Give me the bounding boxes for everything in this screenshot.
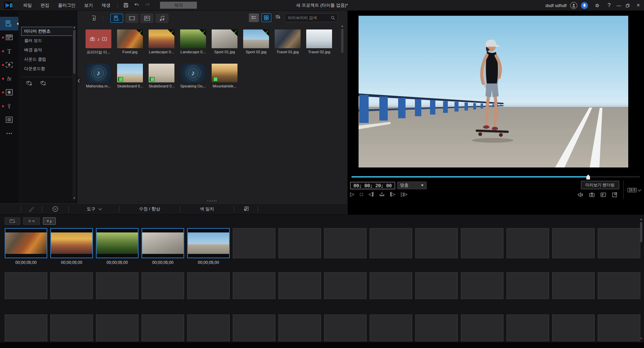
- grid-view-icon[interactable]: [261, 13, 271, 22]
- category-item-3[interactable]: 사운드 클립: [21, 55, 73, 64]
- storyboard-empty-cell[interactable]: [506, 315, 549, 341]
- storyboard-empty-cell[interactable]: [5, 315, 47, 341]
- storyboard-empty-cell[interactable]: [142, 272, 184, 299]
- menu-item-2[interactable]: 플러그인: [54, 0, 80, 10]
- media-item[interactable]: ✓ Sport 01.jpg: [212, 29, 237, 55]
- rail-more-rooms[interactable]: [0, 127, 18, 140]
- storyboard-clip[interactable]: [50, 228, 93, 258]
- storyboard-empty-cell[interactable]: [278, 228, 321, 258]
- color-match-button[interactable]: 색 일치: [180, 206, 234, 212]
- storyboard-empty-cell[interactable]: [370, 272, 412, 299]
- panel-resize-handle[interactable]: ••••••: [207, 199, 217, 203]
- storyboard-empty-cell[interactable]: [506, 272, 549, 299]
- redo-icon[interactable]: [143, 2, 152, 9]
- storyboard-empty-cell[interactable]: [370, 228, 412, 258]
- storyboard-empty-cell[interactable]: [278, 272, 321, 299]
- media-item[interactable]: Skateboard 0...: [117, 64, 143, 88]
- notification-bell-icon[interactable]: [581, 2, 588, 9]
- category-item-0[interactable]: 미디어 컨텐츠: [21, 27, 73, 36]
- seek-handle[interactable]: [586, 175, 590, 180]
- keyframe-attributes-icon[interactable]: [234, 206, 258, 212]
- volume-icon[interactable]: [577, 192, 584, 199]
- duration-clock-icon[interactable]: [42, 206, 68, 212]
- category-scrollbar[interactable]: ▲ ▼: [72, 25, 76, 200]
- storyboard-empty-cell[interactable]: [598, 315, 640, 341]
- media-item[interactable]: Travel 01.jpg: [275, 29, 301, 55]
- preview-video[interactable]: [359, 16, 628, 167]
- media-item[interactable]: ✓ Landscape 0...: [180, 29, 206, 55]
- rail-subtitle-room[interactable]: [0, 113, 18, 127]
- display-options-icon[interactable]: [600, 192, 606, 199]
- storyboard-empty-cell[interactable]: [506, 228, 549, 258]
- storyboard-empty-cell[interactable]: [461, 272, 503, 299]
- list-view-icon[interactable]: [249, 13, 259, 22]
- help-icon[interactable]: ?: [606, 2, 612, 8]
- restore-icon[interactable]: [626, 3, 632, 8]
- storyboard-clip[interactable]: [96, 228, 139, 258]
- storyboard-empty-cell[interactable]: [415, 272, 458, 299]
- media-item[interactable]: ✓ Landscape 0...: [149, 29, 174, 55]
- rail-title-room[interactable]: T: [0, 44, 18, 58]
- save-icon[interactable]: [121, 2, 130, 9]
- scroll-down-icon[interactable]: ▼: [72, 196, 76, 200]
- scroll-thumb[interactable]: [341, 29, 343, 53]
- menu-item-3[interactable]: 보기: [80, 0, 97, 10]
- media-item[interactable]: ♪ 프리미엄 미...: [86, 29, 111, 55]
- aspect-ratio-control[interactable]: 16:9: [628, 181, 641, 199]
- minimize-icon[interactable]: —: [616, 3, 622, 8]
- filter-music-icon[interactable]: [156, 14, 168, 23]
- media-item[interactable]: Mountainbik...: [212, 64, 237, 88]
- storyboard-empty-cell[interactable]: [324, 272, 367, 299]
- undock-window-icon[interactable]: [611, 192, 618, 199]
- search-icon[interactable]: [330, 15, 336, 22]
- storyboard-empty-cell[interactable]: [50, 315, 93, 341]
- snapshot-camera-icon[interactable]: [589, 192, 595, 199]
- close-icon[interactable]: ×: [635, 2, 641, 8]
- media-item[interactable]: Travel 02.jpg: [306, 29, 332, 55]
- library-scrollbar[interactable]: ▲ ▼: [340, 24, 344, 212]
- media-item[interactable]: ♪ Speaking Ou...: [180, 64, 206, 88]
- timeline-scrollbar[interactable]: ▲ ▼: [639, 217, 643, 341]
- storyboard-empty-cell[interactable]: [5, 272, 47, 299]
- rail-particle-room[interactable]: [0, 99, 18, 113]
- timecode-display[interactable]: 00; 00; 20; 00: [350, 182, 395, 189]
- add-music-icon[interactable]: +♪: [43, 217, 56, 225]
- filter-video-icon[interactable]: [125, 14, 138, 23]
- storyboard-empty-cell[interactable]: [278, 315, 321, 341]
- media-item[interactable]: ✓ Food.jpg: [117, 29, 143, 55]
- preview-render-button[interactable]: 미리보기 렌더링: [581, 181, 619, 189]
- storyboard-empty-cell[interactable]: [142, 315, 184, 341]
- storyboard-empty-cell[interactable]: [50, 272, 93, 299]
- category-item-4[interactable]: 다운로드함: [21, 64, 73, 73]
- filter-photo-icon[interactable]: [141, 14, 153, 23]
- storyboard-clip[interactable]: [5, 228, 47, 258]
- import-media-icon[interactable]: [88, 14, 100, 23]
- category-item-1[interactable]: 컬러 보드: [21, 36, 73, 45]
- media-item[interactable]: Skateboard 0...: [149, 64, 174, 88]
- storyboard-empty-cell[interactable]: [96, 315, 139, 341]
- storyboard-empty-cell[interactable]: [552, 272, 595, 299]
- storyboard-empty-cell[interactable]: [370, 315, 412, 341]
- storyboard-empty-cell[interactable]: [324, 315, 367, 341]
- undo-icon[interactable]: [132, 2, 141, 9]
- media-item[interactable]: ✓ Sport 02.jpg: [243, 29, 269, 55]
- storyboard-empty-cell[interactable]: [461, 315, 503, 341]
- rail-effect-room[interactable]: fx: [0, 72, 18, 85]
- storyboard-empty-cell[interactable]: [415, 315, 458, 341]
- next-frame-icon[interactable]: ▷: [390, 191, 395, 197]
- transition-settings-icon[interactable]: [23, 217, 40, 225]
- collapse-panel-handle[interactable]: ❮: [77, 76, 80, 85]
- produce-button[interactable]: 제작: [160, 2, 197, 9]
- storyboard-empty-cell[interactable]: [96, 272, 139, 299]
- add-slide-icon[interactable]: [5, 217, 20, 225]
- scroll-thumb[interactable]: [73, 30, 75, 74]
- fix-enhance-button[interactable]: 수정 / 향상: [119, 206, 180, 212]
- scroll-up-icon[interactable]: ▲: [340, 24, 344, 28]
- storyboard-empty-cell[interactable]: [187, 315, 230, 341]
- rail-overlay-room[interactable]: [0, 85, 18, 99]
- storyboard-empty-cell[interactable]: [324, 228, 367, 258]
- storyboard-empty-cell[interactable]: [233, 272, 275, 299]
- storyboard-empty-cell[interactable]: [598, 228, 640, 258]
- storyboard-clip[interactable]: [142, 228, 184, 258]
- menu-item-4[interactable]: 재생: [97, 0, 115, 10]
